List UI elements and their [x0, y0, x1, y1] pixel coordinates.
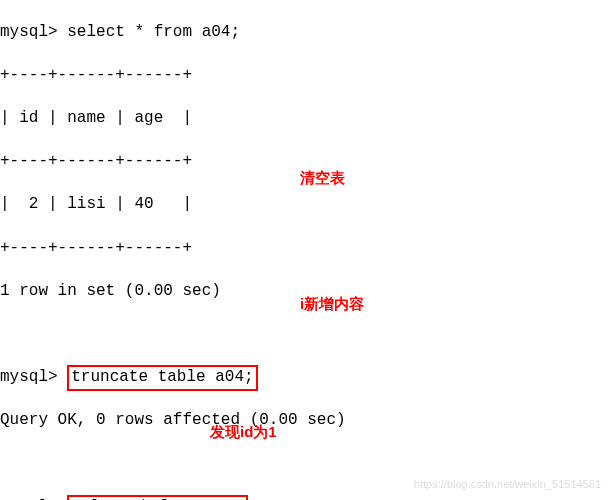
- table-border: +----+------+------+: [0, 238, 609, 260]
- sql-query-1: select * from a04;: [67, 23, 240, 41]
- query-status: Query OK, 0 rows affected (0.00 sec): [0, 410, 609, 432]
- sql-truncate-boxed: truncate table a04;: [67, 365, 257, 391]
- table-row: | 2 | lisi | 40 |: [0, 194, 609, 216]
- table-border: +----+------+------+: [0, 65, 609, 87]
- annotation-id-reset: 发现id为1: [210, 422, 277, 442]
- prompt: mysql>: [0, 23, 58, 41]
- annotation-insert-content: i新增内容: [300, 294, 364, 314]
- table-header: | id | name | age |: [0, 108, 609, 130]
- prompt: mysql>: [0, 368, 58, 386]
- watermark: https://blog.csdn.net/weixin_51514581: [414, 477, 601, 492]
- sql-select-boxed: select * from a04;: [67, 495, 248, 500]
- annotation-clear-table: 清空表: [300, 168, 345, 188]
- terminal-output: mysql> select * from a04; +----+------+-…: [0, 0, 609, 500]
